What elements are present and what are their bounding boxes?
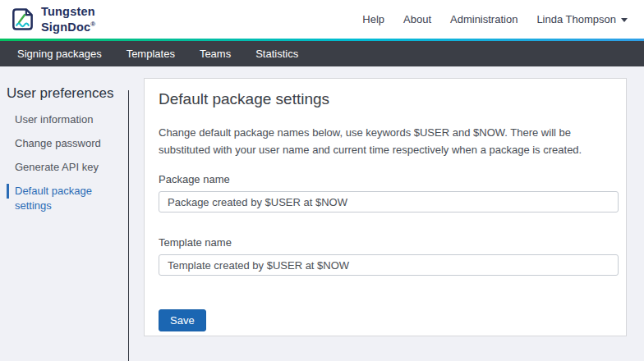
- settings-description: Change default package names below, use …: [159, 124, 612, 158]
- signdoc-logo-icon: [10, 7, 35, 32]
- sidebar-title: User preferences: [7, 85, 129, 102]
- help-link[interactable]: Help: [362, 13, 384, 25]
- header-links: Help About Administration Linda Thompson: [362, 13, 628, 25]
- about-link[interactable]: About: [403, 13, 431, 25]
- user-menu[interactable]: Linda Thompson: [536, 13, 628, 25]
- user-menu-label: Linda Thompson: [536, 13, 616, 25]
- package-name-label: Package name: [159, 172, 612, 187]
- chevron-down-icon: [621, 18, 628, 22]
- selected-indicator: [7, 184, 9, 199]
- logo-wordmark: Tungsten SignDoc®: [41, 6, 95, 34]
- sidebar-item-label: Change password: [15, 137, 101, 149]
- nav-statistics[interactable]: Statistics: [255, 48, 298, 60]
- sidebar-item-label: User information: [15, 113, 93, 126]
- sidebar-item-label: Default package settings: [15, 185, 92, 212]
- nav-templates[interactable]: Templates: [126, 48, 175, 60]
- nav-teams[interactable]: Teams: [200, 48, 231, 60]
- sidebar-item-default-package-settings[interactable]: Default package settings: [0, 184, 129, 213]
- sidebar-item-change-password[interactable]: Change password: [0, 136, 129, 151]
- app-header: Tungsten SignDoc® Help About Administrat…: [0, 0, 644, 39]
- main-nav: Signing packages Templates Teams Statist…: [0, 41, 644, 66]
- save-button[interactable]: Save: [159, 309, 206, 331]
- preferences-sidebar: User preferences User information Change…: [0, 66, 129, 222]
- default-package-settings-panel: Default package settings Change default …: [144, 78, 627, 336]
- sidebar-items: User information Change password Generat…: [0, 112, 129, 213]
- nav-signing-packages[interactable]: Signing packages: [17, 48, 102, 60]
- template-name-label: Template name: [159, 235, 612, 250]
- template-name-input[interactable]: [159, 254, 619, 276]
- content-area: User preferences User information Change…: [0, 66, 644, 361]
- package-name-input[interactable]: [159, 191, 619, 212]
- sidebar-item-label: Generate API key: [15, 161, 99, 173]
- sidebar-item-user-information[interactable]: User information: [0, 112, 129, 127]
- app-logo[interactable]: Tungsten SignDoc®: [10, 6, 95, 34]
- administration-link[interactable]: Administration: [450, 13, 518, 25]
- sidebar-item-generate-api-key[interactable]: Generate API key: [0, 160, 129, 175]
- page-title: Default package settings: [159, 89, 612, 109]
- sidebar-divider: [128, 90, 129, 361]
